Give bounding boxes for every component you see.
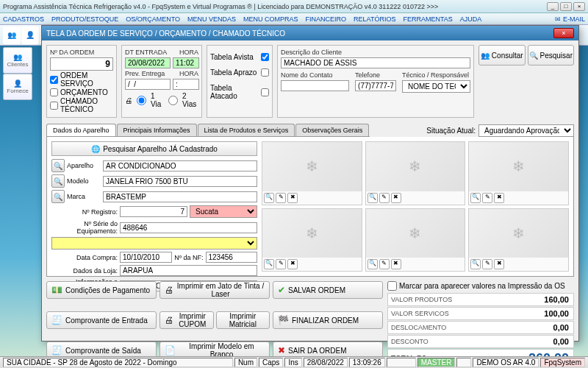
client-box: Descrição do Cliente Nome do Contato Tel… <box>277 45 474 118</box>
tab-lista-produtos[interactable]: Lista de Produtos e Serviços <box>198 124 295 136</box>
maximize-icon[interactable]: □ <box>560 2 572 11</box>
tab-observacoes[interactable]: Observações Gerais <box>295 124 369 136</box>
lookup-aparelho-button[interactable]: 🔍 <box>51 159 65 172</box>
edit-icon[interactable]: ✎ <box>379 259 390 269</box>
zoom-icon[interactable]: 🔍 <box>264 193 274 203</box>
extra-select[interactable] <box>51 237 257 250</box>
imprimir-cupom-button[interactable]: 🖨Imprimir CUPOM <box>159 311 214 329</box>
status-master: MASTER <box>417 358 456 367</box>
chk-chamado-tecnico[interactable] <box>50 102 58 110</box>
sidebar-clientes[interactable]: 👥 Clientes <box>3 47 32 74</box>
consultar-button[interactable]: 👥Consultar <box>478 45 526 66</box>
status-progress <box>387 358 416 367</box>
loja-input[interactable] <box>120 265 257 276</box>
status-spacer <box>456 358 471 367</box>
chk-ordem-servico[interactable] <box>50 76 58 84</box>
menu-email[interactable]: ✉ E-MAIL <box>555 15 585 23</box>
status-fpq: FpqSystem <box>540 358 585 367</box>
delete-icon[interactable]: ✖ <box>494 193 504 203</box>
tool-icon-2[interactable]: 👤 <box>21 26 39 44</box>
status-time: 13:09:26 <box>349 358 385 367</box>
minimize-icon[interactable]: _ <box>547 2 559 11</box>
delete-icon[interactable]: ✖ <box>287 193 298 203</box>
order-number-input[interactable] <box>50 57 113 71</box>
serie-input[interactable] <box>120 222 257 233</box>
contato-input[interactable] <box>281 80 349 91</box>
chk-orcamento[interactable] <box>50 88 58 96</box>
menu-os[interactable]: OS/ORÇAMENTO <box>126 15 180 23</box>
radio-1via[interactable] <box>137 96 146 105</box>
receipt-icon: 🧾 <box>51 345 62 355</box>
dt-entrada-input[interactable] <box>125 57 171 68</box>
search-icon: 🔍 <box>529 52 538 60</box>
menu-cadastros[interactable]: CADASTROS <box>3 15 44 23</box>
status-caps: Caps <box>259 358 283 367</box>
delete-icon[interactable]: ✖ <box>287 259 298 269</box>
pesquisar-button[interactable]: 🔍Pesquisar <box>528 45 575 66</box>
zoom-icon[interactable]: 🔍 <box>470 193 481 203</box>
close-icon[interactable]: × <box>573 2 585 11</box>
dialog-close-button[interactable]: × <box>553 28 574 38</box>
ac-unit-icon: ❄ <box>366 209 465 258</box>
cond-pagamento-button[interactable]: 💵Condições de Pagamento <box>46 281 157 299</box>
data-compra-input[interactable] <box>120 252 172 263</box>
delete-icon[interactable]: ✖ <box>391 193 401 203</box>
zoom-icon[interactable]: 🔍 <box>368 193 378 203</box>
zoom-icon[interactable]: 🔍 <box>368 259 378 269</box>
radio-2vias[interactable] <box>168 96 178 105</box>
menu-financeiro[interactable]: FINANCEIRO <box>306 15 347 23</box>
modelo-input[interactable] <box>103 176 257 187</box>
menu-ajuda[interactable]: AJUDA <box>460 15 482 23</box>
registro-input[interactable] <box>120 206 187 217</box>
status-ins: Ins <box>284 358 301 367</box>
edit-icon[interactable]: ✎ <box>379 193 390 203</box>
imprimir-matricial-button[interactable]: Imprimir Matricial <box>216 311 270 329</box>
salvar-ordem-button[interactable]: ✔SALVAR ORDEM <box>273 281 383 299</box>
supplier-icon: 👤 <box>13 79 22 88</box>
tecnico-select[interactable]: NOME DO TECNICO <box>402 80 470 93</box>
delete-icon[interactable]: ✖ <box>494 259 504 269</box>
exit-icon: ✖ <box>278 345 285 355</box>
lookup-marca-button[interactable]: 🔍 <box>51 190 65 203</box>
menu-compras[interactable]: MENU COMPRAS <box>243 15 298 23</box>
edit-icon[interactable]: ✎ <box>482 259 492 269</box>
tab-principais[interactable]: Principais Informações <box>117 124 197 136</box>
client-name-input[interactable] <box>281 57 470 68</box>
lookup-modelo-button[interactable]: 🔍 <box>51 174 65 188</box>
comprovante-entrada-button[interactable]: 🧾Comprovante de Entrada <box>46 311 157 329</box>
sidebar-fornece[interactable]: 👤 Fornece <box>3 74 32 100</box>
flag-icon: 🏁 <box>278 315 289 325</box>
menu-vendas[interactable]: MENU VENDAS <box>187 15 236 23</box>
edit-icon[interactable]: ✎ <box>276 259 286 269</box>
zoom-icon[interactable]: 🔍 <box>470 259 481 269</box>
marca-input[interactable] <box>103 191 257 202</box>
chk-avista[interactable] <box>261 53 269 61</box>
registro-tipo-select[interactable]: Sucata <box>190 205 257 218</box>
finalizar-ordem-button[interactable]: 🏁FINALIZAR ORDEM <box>273 311 383 329</box>
chk-aprazo[interactable] <box>261 68 269 77</box>
tabela-options: Tabela Avista Tabela Aprazo Tabela Ataca… <box>207 45 273 118</box>
prev-entrega-date[interactable] <box>125 79 171 90</box>
tab-dados-aparelho[interactable]: Dados do Aparelho <box>46 124 116 136</box>
aparelho-input[interactable] <box>103 160 257 171</box>
tool-icon-1[interactable]: 👥 <box>3 26 21 44</box>
chk-mostrar-valores[interactable] <box>387 281 397 291</box>
imprimir-jato-button[interactable]: 🖨Imprimir em Jato de Tinta / Laser <box>159 281 270 299</box>
edit-icon[interactable]: ✎ <box>482 193 492 203</box>
menu-produto[interactable]: PRODUTO/ESTOQUE <box>51 15 118 23</box>
telefone-input[interactable] <box>355 80 396 91</box>
menu-ferramentas[interactable]: FERRAMENTAS <box>403 15 452 23</box>
chk-atacado[interactable] <box>261 88 269 96</box>
nf-input[interactable] <box>206 252 258 263</box>
status-select[interactable]: Aguardando Aprovação <box>478 124 574 137</box>
menu-relatorios[interactable]: RELATÓRIOS <box>354 15 395 23</box>
search-aparelho-button[interactable]: 🌐Pesquisar Aparelho JÁ Cadastrado <box>51 141 257 156</box>
delete-icon[interactable]: ✖ <box>391 259 401 269</box>
hora-entrada-input[interactable] <box>173 57 199 68</box>
main-titlebar: Programa Assistência Técnica Refrigeraçã… <box>0 0 588 13</box>
zoom-icon[interactable]: 🔍 <box>264 259 274 269</box>
edit-icon[interactable]: ✎ <box>276 193 286 203</box>
date-box: DT ENTRADAHORA Prev. EntregaHORA 🖨 1 Via… <box>121 45 202 118</box>
product-image-4: ❄🔍✎✖ <box>262 208 362 272</box>
prev-entrega-hora[interactable] <box>173 79 199 90</box>
